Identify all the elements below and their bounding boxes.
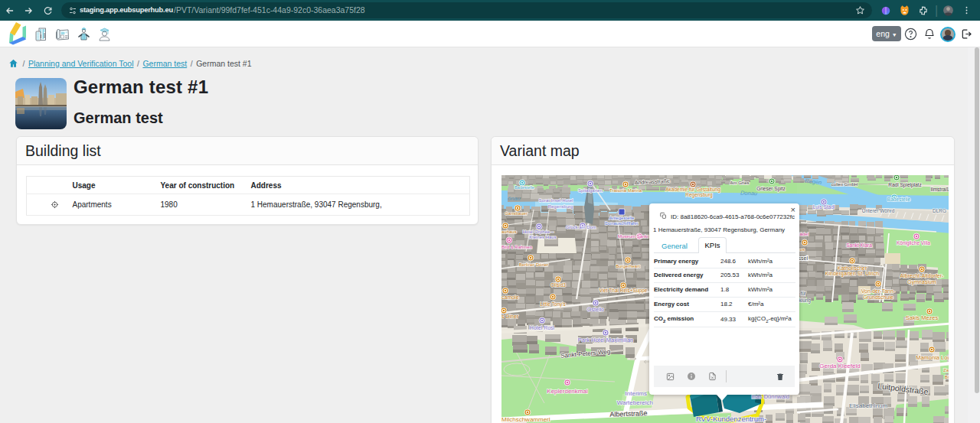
svg-text:Berliner Döner: Berliner Döner [519, 262, 549, 267]
svg-text:Radl Spielplatz: Radl Spielplatz [888, 182, 921, 188]
svg-text:Milchschwammerl: Milchschwammerl [501, 416, 550, 423]
svg-text:Am Gries: Am Gries [730, 181, 749, 185]
svg-text:Badestelle: Badestelle [887, 197, 911, 202]
svg-text:Spitalgarten: Spitalgarten [578, 188, 603, 193]
svg-text:Ostello: Ostello [587, 307, 604, 312]
svg-text:Gerda Kleefeld: Gerda Kleefeld [819, 363, 860, 369]
svg-text:Luis Stadl: Luis Stadl [813, 204, 835, 210]
svg-text:Hotel Rosi: Hotel Rosi [530, 325, 555, 330]
svg-text:camole: camole [501, 294, 519, 300]
svg-text:Kleines Haus: Kleines Haus [529, 235, 556, 239]
svg-text:Anlegestelle: Anlegestelle [609, 216, 635, 220]
svg-text:Za: Za [943, 368, 949, 373]
svg-text:Kindergarten St. Ulrich: Kindergarten St. Ulrich [825, 271, 880, 277]
svg-text:Albrecht-Altdorfer-: Albrecht-Altdorfer- [900, 273, 944, 278]
svg-text:Mamonia Loun: Mamonia Loun [916, 354, 949, 361]
svg-text:Elisabethinum: Elisabethinum [849, 402, 888, 409]
svg-text:Regensburg: Regensburg [548, 204, 573, 209]
svg-text:Interims: Interims [626, 390, 647, 397]
svg-text:Sakis Mezes: Sakis Mezes [906, 314, 939, 321]
svg-text:Regensburg: Regensburg [685, 192, 713, 198]
svg-text:Grieser Spitz: Grieser Spitz [756, 186, 786, 192]
svg-text:Badestelle: Badestelle [514, 185, 534, 190]
svg-text:Park Hotel Maximilian: Park Hotel Maximilian [578, 337, 634, 343]
svg-text:Von-der-Tann-: Von-der-Tann- [861, 288, 896, 294]
svg-text:Unterer Wöhrd: Unterer Wöhrd [862, 208, 895, 213]
svg-text:Ollsid3: Ollsid3 [550, 282, 566, 288]
svg-text:Albertstraße: Albertstraße [609, 409, 647, 418]
svg-text:Sankt Klara: Sankt Klara [846, 242, 872, 248]
svg-text:Ilmstraße: Ilmstraße [930, 187, 949, 192]
svg-text:Museum Sankt: Museum Sankt [618, 234, 648, 239]
svg-text:Glück am Dom: Glück am Dom [566, 225, 596, 229]
svg-text:Bild & Rahmen: Bild & Rahmen [501, 245, 532, 249]
svg-text:Grundschule: Grundschule [863, 294, 893, 300]
svg-text:Katholischer: Katholischer [838, 265, 867, 271]
svg-text:Donau: Donau [740, 190, 758, 197]
svg-text:Gansbauer: Gansbauer [505, 211, 528, 216]
svg-text:s Diner: s Diner [501, 314, 519, 319]
svg-text:Hotel Orphée –: Hotel Orphée – [523, 229, 554, 234]
svg-text:auhaus: auhaus [501, 229, 517, 234]
svg-text:Viet Thai Reis+Suppe: Viet Thai Reis+Suppe [599, 288, 648, 294]
svg-text:Burgerheart: Burgerheart [616, 264, 640, 268]
svg-text:Wartebereich: Wartebereich [617, 399, 653, 406]
svg-text:Keplerdenkmal: Keplerdenkmal [547, 388, 588, 395]
svg-text:Gymnasium: Gymnasium [907, 279, 936, 285]
svg-text:coliex GmbH: coliex GmbH [831, 182, 858, 187]
svg-text:DLRG: DLRG [933, 208, 946, 213]
svg-text:Königliche Villa: Königliche Villa [897, 240, 930, 246]
svg-text:Donauschifffahrt: Donauschifffahrt [605, 221, 639, 226]
svg-text:Sorat Insel-Hotel: Sorat Insel-Hotel [539, 198, 573, 203]
svg-text:Trattoria Marina: Trattoria Marina [609, 188, 642, 193]
svg-text:Bi: Bi [945, 375, 949, 379]
svg-text:Little Tony's: Little Tony's [540, 301, 566, 307]
svg-text:önau: önau [508, 195, 521, 202]
svg-text:RVV-Kundenzentrum-: RVV-Kundenzentrum- [696, 415, 766, 423]
